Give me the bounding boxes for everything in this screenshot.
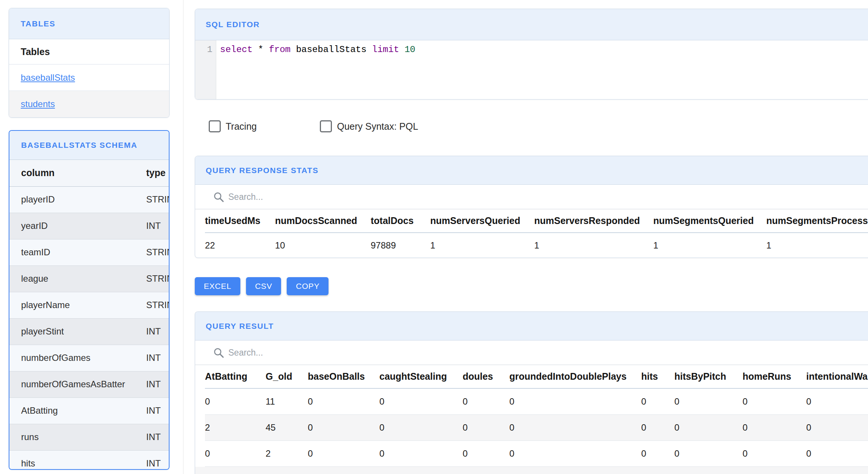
schema-panel: BASEBALLSTATS SCHEMA columntypeplayerIDS… [9, 130, 170, 470]
column-header: timeUsedMs [205, 209, 275, 233]
code-token-keyword: select [220, 44, 252, 55]
cell: 11 [266, 388, 308, 414]
tables-panel-header: TABLES [9, 8, 169, 39]
code-line: select * from baseballStats limit 10 [220, 44, 868, 56]
cell: 0 [308, 440, 379, 466]
cell: 0 [674, 414, 743, 440]
stats-search-input[interactable] [228, 192, 454, 202]
tracing-checkbox[interactable] [209, 120, 221, 132]
cell: STRING [134, 265, 169, 292]
tracing-option[interactable]: Tracing [209, 120, 257, 132]
column-header: numSegmentsQueried [653, 209, 766, 233]
cell: yearID [9, 213, 134, 239]
cell: 0 [463, 388, 509, 414]
copy-button[interactable]: COPY [287, 277, 329, 295]
pql-option[interactable]: Query Syntax: PQL [320, 120, 418, 132]
cell: STRING [134, 239, 169, 265]
code-token-keyword: from [269, 44, 291, 55]
stats-panel-header: QUERY RESPONSE STATS [195, 156, 868, 185]
table-row: 0200000000 [205, 440, 868, 466]
cell: teamID [9, 239, 134, 265]
csv-button[interactable]: CSV [246, 277, 281, 295]
cell: 0 [806, 388, 868, 414]
result-panel-header: QUERY RESULT [195, 312, 868, 341]
sql-editor-header: SQL EDITOR [195, 9, 868, 40]
column-header: numServersResponded [534, 209, 653, 233]
cell: 0 [308, 414, 379, 440]
search-icon [213, 347, 225, 359]
cell: 1 [766, 233, 868, 258]
tables-panel: TABLES Tables baseballStats students [9, 8, 170, 118]
column-header: groundedIntoDoublePlays [509, 365, 641, 388]
code-area[interactable]: select * from baseballStats limit 10 [216, 40, 868, 100]
result-search-bar[interactable] [195, 341, 868, 365]
cell: 0 [806, 440, 868, 466]
column-header: doules [463, 365, 509, 388]
cell: 0 [463, 414, 509, 440]
main-content: SQL EDITOR 1 select * from baseballStats… [183, 0, 868, 474]
table-row: runsINT [9, 424, 169, 450]
code-token-plain: * [252, 44, 269, 55]
cell: 0 [205, 440, 266, 466]
cell: AtBatting [9, 397, 134, 424]
search-icon [213, 191, 225, 203]
table-row-partial [195, 467, 868, 474]
cell: 0 [743, 388, 806, 414]
cell: 45 [266, 414, 308, 440]
code-token-plain: baseballStats [290, 44, 372, 55]
cell: 0 [806, 414, 868, 440]
cell: 0 [641, 388, 674, 414]
cell: numberOfGamesAsBatter [9, 371, 134, 397]
cell: 0 [379, 440, 463, 466]
code-token-keyword: limit [372, 44, 399, 55]
column-header: homeRuns [743, 365, 806, 388]
table-row: yearIDINT [9, 213, 169, 239]
sql-code-editor[interactable]: 1 select * from baseballStats limit 10 [195, 40, 868, 100]
stats-panel-title: QUERY RESPONSE STATS [206, 166, 319, 175]
cell: INT [134, 424, 169, 450]
column-header: baseOnBalls [308, 365, 379, 388]
cell: 0 [379, 388, 463, 414]
cell: 1 [430, 233, 534, 258]
column-header: totalDocs [371, 209, 430, 233]
column-header: numSegmentsProcessed [766, 209, 868, 233]
cell: playerStint [9, 318, 134, 345]
excel-button[interactable]: EXCEL [195, 277, 240, 295]
cell: INT [134, 371, 169, 397]
cell: 0 [463, 440, 509, 466]
cell: INT [134, 213, 169, 239]
table-row: leagueSTRING [9, 265, 169, 292]
query-response-stats-panel: QUERY RESPONSE STATS timeUsedMsnumD [195, 156, 868, 258]
table-row: AtBattingINT [9, 397, 169, 424]
cell: INT [134, 397, 169, 424]
line-number-gutter: 1 [195, 40, 216, 100]
cell: hits [9, 450, 134, 470]
table-row: playerStintINT [9, 318, 169, 345]
column-header: numServersQueried [430, 209, 534, 233]
sidebar-item-baseballstats[interactable]: baseballStats [9, 64, 169, 91]
cell: 0 [379, 414, 463, 440]
cell: INT [134, 318, 169, 345]
table-row: 24500000000 [205, 414, 868, 440]
baseballstats-link[interactable]: baseballStats [21, 72, 75, 83]
table-row: hitsINT [9, 450, 169, 470]
column-header: column [9, 160, 134, 186]
cell: 0 [509, 414, 641, 440]
code-token-number: 10 [405, 44, 416, 55]
sql-editor-panel: SQL EDITOR 1 select * from baseballStats… [195, 9, 868, 100]
cell: numberOfGames [9, 345, 134, 371]
stats-search-bar[interactable] [195, 185, 868, 209]
cell: 0 [743, 414, 806, 440]
response-stats-table: timeUsedMsnumDocsScannedtotalDocsnumServ… [205, 209, 868, 258]
result-search-input[interactable] [228, 348, 454, 358]
students-link[interactable]: students [21, 99, 55, 109]
cell: 1 [534, 233, 653, 258]
cell: playerName [9, 292, 134, 318]
table-row: playerIDSTRING [9, 186, 169, 213]
sidebar-item-students[interactable]: students [9, 91, 169, 117]
cell: 97889 [371, 233, 430, 258]
pql-checkbox[interactable] [320, 120, 332, 132]
tracing-label: Tracing [226, 121, 257, 132]
cell: STRING [134, 186, 169, 213]
table-row: teamIDSTRING [9, 239, 169, 265]
